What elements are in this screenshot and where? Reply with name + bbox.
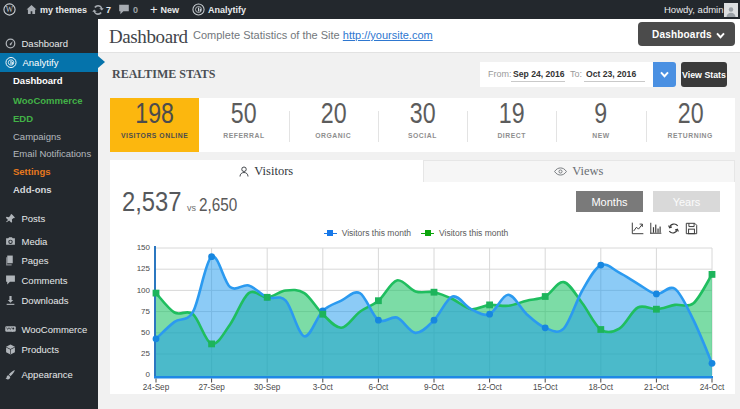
svg-text:W: W	[6, 5, 14, 14]
